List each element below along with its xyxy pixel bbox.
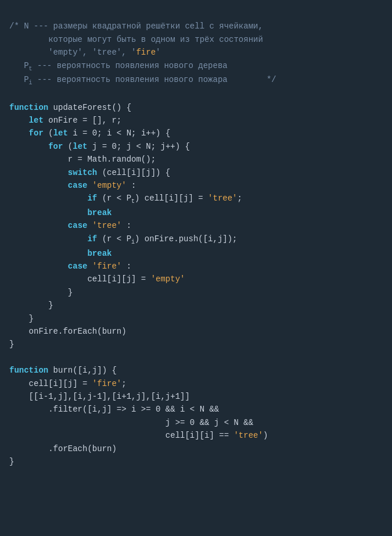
code-editor: /* N --- размеры квадратной решётки cell… — [9, 7, 383, 468]
comment-block: /* N --- размеры квадратной решётки cell… — [9, 22, 276, 84]
